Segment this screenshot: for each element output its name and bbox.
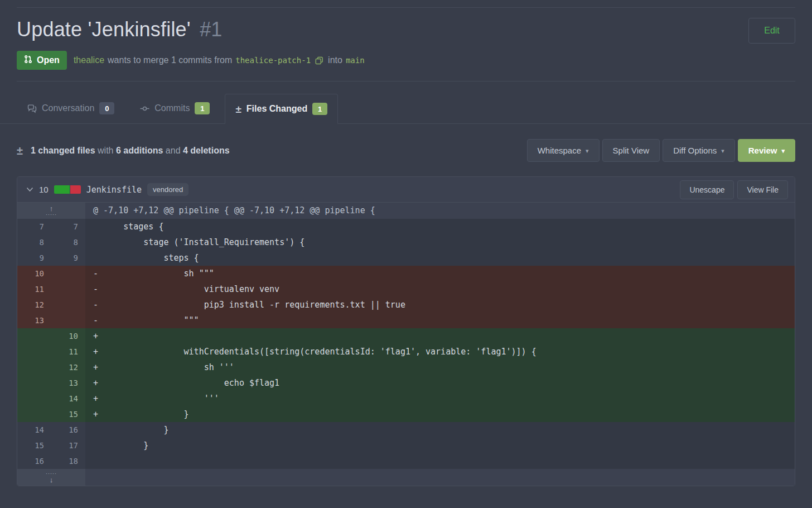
code-line: steps { bbox=[85, 250, 795, 266]
collapse-file-icon[interactable] bbox=[26, 187, 33, 192]
code-line: + bbox=[85, 328, 795, 344]
pr-description: thealice wants to merge 1 commits from t… bbox=[74, 55, 365, 65]
status-badge: Open bbox=[17, 51, 67, 70]
hunk-header-text: @ -7,10 +7,12 @@ pipeline { @@ -7,10 +7,… bbox=[85, 203, 795, 218]
expand-down-icon: ·····↓ bbox=[46, 471, 57, 483]
expand-down-filler bbox=[85, 469, 795, 486]
old-line-number: 8 bbox=[17, 234, 51, 250]
code-cell: - """ bbox=[85, 313, 795, 328]
target-branch-label[interactable]: main bbox=[346, 56, 365, 65]
pr-number: #1 bbox=[200, 18, 222, 41]
code-line: stage ('Install_Requirements') { bbox=[85, 234, 795, 250]
file-header-buttons: UnescapeView File bbox=[680, 180, 788, 199]
code-cell: steps { bbox=[85, 250, 795, 266]
new-line-number: 12 bbox=[51, 360, 85, 375]
unescape-button[interactable]: Unescape bbox=[680, 180, 734, 199]
file-header-left: 10 Jenkinsfile vendored bbox=[26, 183, 188, 196]
new-line-number: 13 bbox=[51, 375, 85, 391]
into-text: into bbox=[328, 55, 342, 65]
new-line-number: 15 bbox=[51, 406, 85, 422]
old-line-number bbox=[17, 360, 51, 375]
code-cell: + sh ''' bbox=[85, 360, 795, 375]
tab-files-changed[interactable]: ±Files Changed1 bbox=[225, 94, 338, 124]
edit-button[interactable]: Edit bbox=[748, 18, 795, 44]
chat-icon bbox=[27, 104, 37, 113]
code-line: } bbox=[85, 422, 795, 438]
code-cell: stage ('Install_Requirements') { bbox=[85, 234, 795, 250]
old-line-number: 11 bbox=[17, 281, 51, 297]
diff-icon: ± bbox=[235, 104, 241, 114]
code-cell: + withCredentials([string(credentialsId:… bbox=[85, 344, 795, 360]
tab-conversation[interactable]: Conversation0 bbox=[17, 93, 125, 123]
pr-meta: Open thealice wants to merge 1 commits f… bbox=[0, 51, 812, 70]
file-changes-count: 10 bbox=[39, 185, 49, 194]
hunk-header-cell: @ -7,10 +7,12 @@ pipeline { @@ -7,10 +7,… bbox=[85, 203, 795, 219]
view-file-button[interactable]: View File bbox=[737, 180, 788, 199]
diff-row-context: 1517 } bbox=[17, 438, 795, 453]
new-line-number bbox=[51, 313, 85, 328]
old-line-number: 7 bbox=[17, 219, 51, 234]
diff-row-context: 77 stages { bbox=[17, 219, 795, 234]
diff-toolbar-row: ± 1 changed files with 6 additions and 4… bbox=[0, 139, 812, 162]
pull-request-icon bbox=[24, 55, 32, 66]
diff-summary: ± 1 changed files with 6 additions and 4… bbox=[17, 145, 230, 156]
additions-count: 6 additions bbox=[116, 146, 163, 155]
diff-row-deleted: 10- sh """ bbox=[17, 266, 795, 281]
diff-body: ↑·····@ -7,10 +7,12 @@ pipeline { @@ -7,… bbox=[17, 203, 795, 486]
diff-row-added: 14+ ''' bbox=[17, 391, 795, 406]
code-line: + ''' bbox=[85, 391, 795, 406]
code-line: - virtualenv venv bbox=[85, 281, 795, 297]
code-cell: } bbox=[85, 422, 795, 438]
changed-files-count: 1 changed files bbox=[31, 146, 95, 155]
new-line-number: 16 bbox=[51, 422, 85, 438]
code-cell: stages { bbox=[85, 219, 795, 234]
code-line: - pip3 install -r requirements.txt || tr… bbox=[85, 297, 795, 313]
code-cell: + echo $flag1 bbox=[85, 375, 795, 391]
code-cell: - virtualenv venv bbox=[85, 281, 795, 297]
new-line-number bbox=[51, 281, 85, 297]
new-line-number: 10 bbox=[51, 328, 85, 344]
code-line: + } bbox=[85, 406, 795, 422]
file-name[interactable]: Jenkinsfile bbox=[86, 185, 142, 195]
code-line: stages { bbox=[85, 219, 795, 234]
pr-title-text: Update 'Jenkinsfile' bbox=[17, 18, 191, 41]
old-line-number bbox=[17, 375, 51, 391]
old-line-number bbox=[17, 406, 51, 422]
code-line: - """ bbox=[85, 313, 795, 328]
code-cell: + bbox=[85, 328, 795, 344]
whitespace-button[interactable]: Whitespace▾ bbox=[527, 139, 600, 162]
diff-options-button[interactable]: Diff Options▾ bbox=[663, 139, 735, 162]
top-divider bbox=[17, 7, 795, 8]
expand-down-cell[interactable]: ·····↓ bbox=[17, 469, 85, 486]
code-cell: - sh """ bbox=[85, 266, 795, 281]
new-line-number bbox=[51, 297, 85, 313]
copy-branch-icon[interactable] bbox=[315, 56, 323, 65]
pr-tabbar: Conversation0Commits1±Files Changed1 bbox=[0, 93, 812, 124]
source-branch-label[interactable]: thealice-patch-1 bbox=[235, 56, 311, 65]
expand-up-cell[interactable]: ↑····· bbox=[17, 203, 85, 219]
diffstat-deletions-bar bbox=[70, 185, 81, 194]
new-line-number: 17 bbox=[51, 438, 85, 453]
old-line-number: 12 bbox=[17, 297, 51, 313]
diff-row-deleted: 11- virtualenv venv bbox=[17, 281, 795, 297]
tab-count-badge: 1 bbox=[312, 103, 327, 115]
diff-row-context: 88 stage ('Install_Requirements') { bbox=[17, 234, 795, 250]
tab-commits[interactable]: Commits1 bbox=[129, 93, 220, 123]
diff-row-context: 99 steps { bbox=[17, 250, 795, 266]
diff-row-added: 12+ sh ''' bbox=[17, 360, 795, 375]
page-title: Update 'Jenkinsfile' #1 bbox=[17, 18, 223, 41]
with-text: with bbox=[98, 146, 113, 155]
code-cell bbox=[85, 453, 795, 469]
split-view-button[interactable]: Split View bbox=[602, 139, 660, 162]
diff-row-added: 11+ withCredentials([string(credentialsI… bbox=[17, 344, 795, 360]
diff-row-context: 1416 } bbox=[17, 422, 795, 438]
chevron-down-icon: ▾ bbox=[586, 147, 589, 155]
tab-label: Files Changed bbox=[246, 104, 307, 114]
new-line-number: 18 bbox=[51, 453, 85, 469]
review-button[interactable]: Review▾ bbox=[738, 139, 795, 162]
file-header: 10 Jenkinsfile vendored UnescapeView Fil… bbox=[17, 177, 795, 203]
and-text: and bbox=[166, 146, 181, 155]
author-link[interactable]: thealice bbox=[74, 55, 104, 65]
tab-label: Commits bbox=[154, 103, 190, 113]
button-label: Diff Options bbox=[673, 146, 717, 155]
